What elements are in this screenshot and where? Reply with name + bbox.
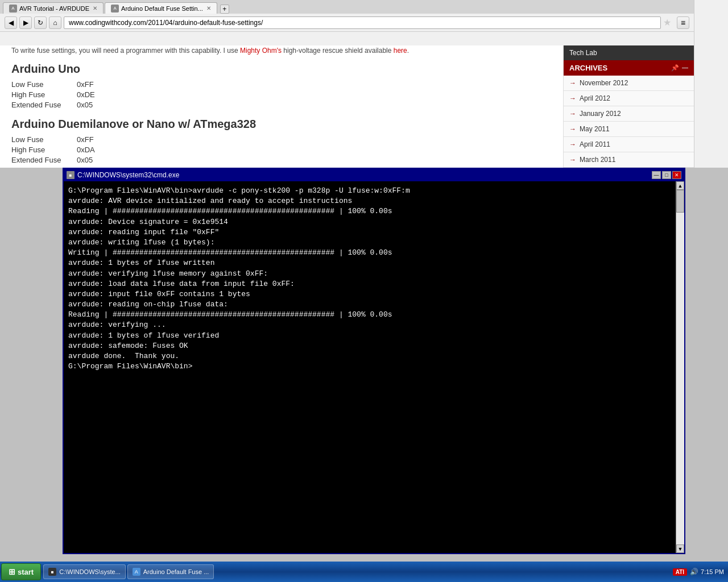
sidebar-item-mar2011[interactable]: → March 2011 <box>564 152 694 168</box>
here-link[interactable]: here <box>394 47 407 55</box>
main-content: To write fuse settings, you will need a … <box>0 45 563 168</box>
sidebar: Tech Lab ARCHIVES 📌 — → November 2012 → … <box>563 45 694 168</box>
tab-bar: A AVR Tutorial - AVRDUDE ✕ A Arduino Def… <box>0 0 694 14</box>
scrollbar-up[interactable]: ▲ <box>676 181 684 190</box>
address-bar[interactable]: www.codingwithcody.com/2011/04/arduino-d… <box>64 16 661 29</box>
browser-right-area <box>694 0 728 168</box>
cmd-line: avrdude: 1 bytes of lfuse verified <box>68 331 680 341</box>
sidebar-item-may2011[interactable]: → May 2011 <box>564 122 694 137</box>
cmd-line: avrdude: reading input file "0xFF" <box>68 227 680 238</box>
home-icon: ⌂ <box>53 19 57 27</box>
high-fuse-label: High Fuse <box>11 90 68 99</box>
arrow-icon-4: → <box>569 140 576 148</box>
low-fuse-value-2: 0xFF <box>77 135 94 144</box>
extended-fuse-value-2: 0x05 <box>77 156 93 164</box>
sidebar-item-nov2012[interactable]: → November 2012 <box>564 76 694 91</box>
sidebar-item-label-0: November 2012 <box>580 79 628 87</box>
taskbar-browser-icon: A <box>133 568 140 576</box>
tab-close-1[interactable]: ✕ <box>93 5 97 11</box>
webpage-content: To write fuse settings, you will need a … <box>0 45 694 168</box>
browser-window: A AVR Tutorial - AVRDUDE ✕ A Arduino Def… <box>0 0 694 168</box>
cmd-close-button[interactable]: ✕ <box>672 171 681 179</box>
cmd-line: avrdude: Device signature = 0x1e9514 <box>68 217 680 227</box>
forward-icon: ▶ <box>23 19 28 27</box>
tab-arduino-fuse[interactable]: A Arduino Default Fuse Settin... ✕ <box>105 2 217 14</box>
cmd-title-area: ■ C:\WINDOWS\system32\cmd.exe <box>67 171 179 179</box>
extended-fuse-label: Extended Fuse <box>11 101 68 109</box>
taskbar-tray: ATI 🔊 7:15 PM <box>670 567 727 576</box>
cmd-window[interactable]: ■ C:\WINDOWS\system32\cmd.exe — □ ✕ G:\P… <box>63 168 685 554</box>
tab-title-2: Arduino Default Fuse Settin... <box>121 5 203 12</box>
nav-bar: ◀ ▶ ↻ ⌂ www.codingwithcody.com/2011/04/a… <box>0 14 694 32</box>
clock-time: 7:15 PM <box>701 568 724 576</box>
taskbar-browser-label: Arduino Default Fuse ... <box>143 568 209 575</box>
taskbar: ⊞ start ■ C:\WINDOWS\syste... A Arduino … <box>0 562 728 582</box>
tech-lab-label: Tech Lab <box>569 49 597 57</box>
arrow-icon-2: → <box>569 110 576 118</box>
new-tab-button[interactable]: + <box>220 5 229 14</box>
address-text: www.codingwithcody.com/2011/04/arduino-d… <box>69 19 263 27</box>
sidebar-item-label-4: April 2011 <box>580 140 610 148</box>
cmd-window-icon: ■ <box>67 171 75 179</box>
sidebar-item-label-1: April 2012 <box>580 94 610 102</box>
taskbar-item-cmd[interactable]: ■ C:\WINDOWS\syste... <box>43 564 126 579</box>
cmd-titlebar: ■ C:\WINDOWS\system32\cmd.exe — □ ✕ <box>64 169 684 181</box>
cmd-scrollbar[interactable]: ▲ ▼ <box>676 181 684 553</box>
cmd-line: avrdude: verifying lfuse memory against … <box>68 269 680 279</box>
cmd-line: G:\Program Files\WinAVR\bin>avrdude -c p… <box>68 186 680 196</box>
start-button[interactable]: ⊞ start <box>1 563 41 580</box>
scrollbar-thumb[interactable] <box>676 190 684 213</box>
cmd-line: Reading | ##############################… <box>68 206 680 217</box>
low-fuse-label-2: Low Fuse <box>11 135 68 144</box>
scrollbar-down[interactable]: ▼ <box>676 544 684 553</box>
bookmark-star[interactable]: ★ <box>663 17 675 28</box>
taskbar-item-browser[interactable]: A Arduino Default Fuse ... <box>127 564 214 579</box>
arrow-icon-5: → <box>569 156 576 164</box>
arduino-duemilanove-title: Arduino Duemilanove or Nano w/ ATmega328 <box>11 118 552 131</box>
fuse-row-high: High Fuse 0xDE <box>11 90 552 99</box>
minimize-icon[interactable]: — <box>682 64 688 72</box>
tab-favicon-1: A <box>9 5 17 13</box>
high-fuse-value: 0xDE <box>77 90 95 99</box>
low-fuse-label: Low Fuse <box>11 80 68 89</box>
tab-avr-tutorial[interactable]: A AVR Tutorial - AVRDUDE ✕ <box>3 2 104 14</box>
cmd-line: avrdude: load data lfuse data from input… <box>68 279 680 289</box>
taskbar-items: ■ C:\WINDOWS\syste... A Arduino Default … <box>43 564 669 579</box>
taskbar-cmd-icon: ■ <box>48 568 56 576</box>
sidebar-item-apr2011[interactable]: → April 2011 <box>564 137 694 152</box>
archives-title: ARCHIVES <box>569 64 607 72</box>
cmd-line: G:\Program Files\WinAVR\bin> <box>68 361 680 372</box>
tab-close-2[interactable]: ✕ <box>206 5 211 11</box>
fuse-row-low: Low Fuse 0xFF <box>11 80 552 89</box>
mighty-ohm-link[interactable]: Mighty Ohm's <box>240 47 282 55</box>
high-fuse-label-2: High Fuse <box>11 146 68 154</box>
sidebar-item-jan2012[interactable]: → January 2012 <box>564 106 694 122</box>
refresh-button[interactable]: ↻ <box>34 16 47 29</box>
back-button[interactable]: ◀ <box>5 16 17 29</box>
home-button[interactable]: ⌂ <box>49 16 61 29</box>
cmd-line: Writing | ##############################… <box>68 248 680 258</box>
pin-icon[interactable]: 📌 <box>671 64 679 72</box>
system-clock: 7:15 PM <box>701 568 724 576</box>
back-icon: ◀ <box>9 19 14 27</box>
arrow-icon-3: → <box>569 125 576 133</box>
arduino-uno-fuses: Low Fuse 0xFF High Fuse 0xDE Extended Fu… <box>11 80 552 109</box>
cmd-line: avrdude: AVR device initialized and read… <box>68 196 680 206</box>
cmd-line: avrdude: input file 0xFF contains 1 byte… <box>68 289 680 300</box>
sidebar-item-apr2012[interactable]: → April 2012 <box>564 91 694 106</box>
arrow-icon-0: → <box>569 79 576 87</box>
cmd-maximize-button[interactable]: □ <box>662 171 671 179</box>
extended-fuse-value: 0x05 <box>77 101 93 109</box>
fuse-row-extended-2: Extended Fuse 0x05 <box>11 156 552 164</box>
cmd-window-controls: — □ ✕ <box>652 171 681 179</box>
volume-icon[interactable]: 🔊 <box>689 567 698 576</box>
intro-paragraph: To write fuse settings, you will need a … <box>11 45 552 56</box>
archives-tools: 📌 — <box>671 64 688 72</box>
cmd-minimize-button[interactable]: — <box>652 171 661 179</box>
taskbar-cmd-label: C:\WINDOWS\syste... <box>59 568 121 575</box>
forward-button[interactable]: ▶ <box>19 16 32 29</box>
high-fuse-value-2: 0xDA <box>77 146 95 154</box>
tools-button[interactable]: ≡ <box>677 16 689 29</box>
cmd-line: avrdude: 1 bytes of lfuse written <box>68 258 680 268</box>
cmd-line: avrdude: writing lfuse (1 bytes): <box>68 238 680 248</box>
